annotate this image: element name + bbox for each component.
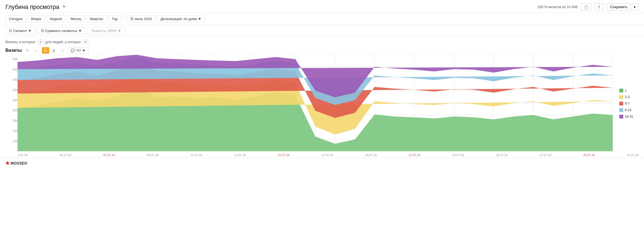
calendar-icon: ☰ [130,17,134,21]
y-label-500: 500 [5,57,18,61]
logo-star-icon: ✭ [5,160,9,166]
x-label-5: 13.07.18 [234,153,246,157]
x-label-10: 23.07.18 [452,153,464,157]
legend-label-16-31: 16-31 [625,115,633,118]
segment-count-button[interactable]: 💬 7/7 ▼ [68,47,89,54]
for-people-label: для людей, у которых [45,40,81,44]
legend-item-4-7: ✓ 4-7 [619,102,633,105]
visits-in-label: Визиты, в которых [5,40,35,44]
year-button[interactable]: Год [108,15,121,23]
add-people-filter-button[interactable]: + [83,39,88,44]
accuracy-label: Точность: 100% [91,29,117,33]
bookmark-icon[interactable]: ⚑ [62,4,66,9]
logo: ✭ MOSSEO [5,160,27,166]
add-visit-filter-button[interactable]: + [38,39,43,44]
legend-label-2-3: 2-3 [625,95,629,99]
legend-color-16-31: ✓ [619,115,623,118]
today-button[interactable]: Сегодня [5,15,26,23]
segment-count-label: 7/7 [76,49,81,53]
save-dropdown-button[interactable]: ▼ [631,4,639,10]
y-axis: 500 450 400 350 300 250 200 150 100 [5,57,18,144]
chart-area: 500 450 400 350 300 250 200 150 100 [0,55,644,152]
month-button[interactable]: Месяц [67,15,85,23]
x-label-1: 05.07.18 [60,153,71,157]
period-button[interactable]: ☰ июль 2018 [127,15,155,23]
segment-icon: ☷ [9,29,12,33]
y-label-250: 250 [5,109,18,112]
legend-item-8-15: ✓ 8-15 [619,108,633,112]
segment-chevron-icon: ▼ [28,29,32,33]
legend-item-16-31: ✓ 16-31 [619,115,633,118]
x-label-12: 27.07.18 [540,153,551,157]
compare-chevron-icon: ▼ [78,29,82,33]
segment-filter-row: Визиты, в которых + для людей, у которых… [0,37,644,46]
x-label-4: 11.07.18 [191,153,202,157]
legend-item-1: ✓ 1 [619,89,633,92]
toolbar-separator [124,16,124,22]
area-chart [18,55,614,152]
chart-legend: ✓ 1 ✓ 2-3 ✓ 4-7 ✓ 8-15 ✓ 16-31 [614,55,639,152]
legend-color-2-3: ✓ [619,95,623,99]
history-button[interactable]: 🕐 [581,3,591,11]
speech-icon: 💬 [71,49,75,53]
y-label-350: 350 [5,88,18,92]
accuracy-chevron-icon: ▼ [118,29,121,33]
header-right: 100 % визитов из 10 498 🕐 ⇧ Сохранить ▼ [537,3,639,11]
period-label: июль 2018 [135,17,152,21]
legend-item-2-3: ✓ 2-3 [619,95,633,99]
bar-chart-button[interactable]: ▮ [51,47,57,54]
segment-button[interactable]: ☷ Сегмент ▼ [5,27,35,34]
yesterday-button[interactable]: Вчера [28,15,45,23]
y-label-400: 400 [5,78,18,81]
legend-label-1: 1 [625,89,627,92]
x-label-14: 31.07.18 [627,153,639,157]
minus-button[interactable]: — [33,47,40,54]
week-button[interactable]: Неделя [46,15,66,23]
x-label-9: 21.07.18 [409,153,420,157]
x-label-11: 25.07.18 [496,153,508,157]
quarter-button[interactable]: Квартал [86,15,107,23]
legend-color-1: ✓ [619,89,623,92]
segment-label: Сегмент [13,29,27,33]
legend-label-8-15: 8-15 [625,108,631,112]
save-button[interactable]: Сохранить [607,3,631,11]
save-split: Сохранить ▼ [607,3,639,11]
date-toolbar: Сегодня Вчера Неделя Месяц Квартал Год ☰… [0,13,644,25]
legend-color-8-15: ✓ [619,108,623,112]
export-button[interactable]: ⇧ [594,3,603,11]
refresh-button[interactable]: ↻ [24,47,31,54]
page-header: Глубина просмотра ⚑ 100 % визитов из 10 … [0,0,644,13]
x-label-7: 17.07.18 [321,153,333,157]
x-label-6: 15.07.18 [278,153,290,157]
x-label-0: 3.07.18 [18,153,28,157]
stacked-chart-button[interactable]: ☰ [42,47,49,54]
detail-button[interactable]: Детализация: по дням ▼ [157,15,205,23]
chart-title: Визиты [5,48,22,53]
logo-text: MOSSEO [11,161,27,165]
compare-segment-button[interactable]: ☴ Сравнить сегменты ▼ [37,27,86,34]
chevron-down-icon: ▼ [198,17,201,21]
legend-label-4-7: 4-7 [625,102,629,105]
y-label-150: 150 [5,129,18,133]
chart-header: Визиты ↻ — ☰ ▮ ☺ 💬 7/7 ▼ [0,46,644,55]
legend-color-4-7: ✓ [619,102,623,105]
accuracy-button[interactable]: Точность: 100% ▼ [87,27,125,34]
y-label-100: 100 [5,140,18,143]
x-label-2: 07.07.18 [103,153,115,157]
y-label-300: 300 [5,99,18,102]
page-title: Глубина просмотра [5,4,59,11]
x-label-8: 19.07.18 [365,153,377,157]
header-left: Глубина просмотра ⚑ [5,4,66,11]
x-label-3: 09.07.18 [147,153,158,157]
x-label-13: 29.07.18 [583,153,595,157]
y-label-450: 450 [5,68,18,71]
filter-bar: ☷ Сегмент ▼ ☴ Сравнить сегменты ▼ Точнос… [0,25,644,37]
chart-controls: ↻ — ☰ ▮ ☺ 💬 7/7 ▼ [24,47,89,54]
chart-svg-wrapper [18,55,614,152]
y-label-200: 200 [5,119,18,122]
visits-info: 100 % визитов из 10 498 [537,5,577,9]
page-footer: ✭ MOSSEO [0,158,644,168]
compare-icon: ☴ [41,29,44,33]
compare-label: Сравнить сегменты [45,29,77,33]
person-button[interactable]: ☺ [58,47,66,54]
